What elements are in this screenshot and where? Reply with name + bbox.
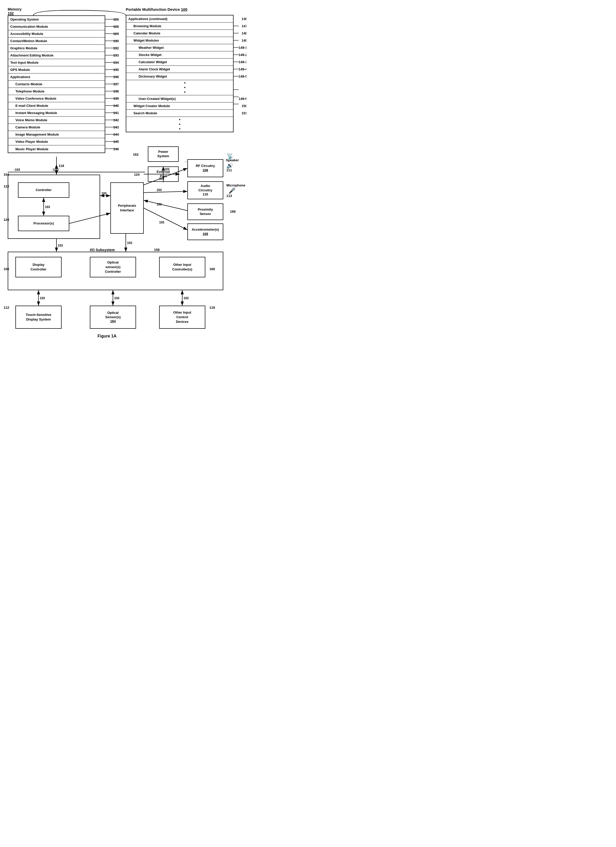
memory-row-email: E-mail Client Module 140	[8, 102, 105, 109]
ref-122: 122	[4, 184, 9, 188]
svg-text:118: 118	[59, 164, 64, 168]
memory-row-apps: Applications 136	[8, 74, 105, 81]
microphone-ref: 113	[226, 194, 232, 198]
pmd-row-dots2: •••	[126, 117, 233, 132]
memory-row-contacts: Contacts Module 137	[8, 81, 105, 88]
ref-120: 120	[4, 218, 9, 221]
svg-line-43	[144, 191, 187, 193]
antenna-icon: 📡	[227, 153, 234, 159]
memory-row-gps: GPS Module 135	[8, 66, 105, 74]
prox-ref: 166	[230, 210, 236, 213]
svg-text:103: 103	[40, 297, 45, 300]
svg-text:103: 103	[114, 297, 119, 300]
external-port-box: External Port 124	[148, 167, 178, 182]
memory-row-attach: Attachment Editing Module 133	[8, 52, 105, 59]
ref-106: 106	[4, 267, 9, 271]
svg-text:103: 103	[58, 244, 63, 247]
pmd-row-apps-cont: Applications (continued) 136	[126, 15, 233, 23]
memory-row-graphics: Graphics Module 132	[8, 45, 105, 52]
pmd-row-dots: •••	[126, 80, 233, 95]
pmd-row-widget-creator: Widget Creator Module 150	[126, 102, 233, 110]
memory-row-camera: Camera Module 143	[8, 124, 105, 131]
controller-box: Controller	[18, 182, 69, 198]
extport-ref: 124	[134, 173, 140, 176]
audio-circuitry-box: Audio Circuitry 110	[187, 182, 223, 199]
io-subsystem-label: I/O Subsystem	[90, 248, 115, 252]
pmd-row-search: Search Module 151	[126, 110, 233, 117]
memory-row-music: Music Player Module 146	[8, 145, 105, 152]
optical-sensor-controller-box: Opticalsensor(s)Controller	[90, 257, 136, 277]
memory-box: Operating System 126 Communication Modul…	[8, 15, 105, 153]
display-controller-box: DisplayController	[15, 257, 62, 277]
svg-text:103: 103	[156, 188, 162, 192]
ref-104: 104	[4, 173, 9, 176]
memory-row-voice: Voice Memo Module 142	[8, 117, 105, 124]
svg-text:103: 103	[184, 297, 189, 300]
pmd-row-alarm: Alarm Clock Widget 149-4	[126, 66, 233, 73]
pmd-row-calculator: Calculator Widget 149-3	[126, 59, 233, 66]
touch-display-box: Touch-SensitiveDisplay System	[15, 305, 62, 329]
pmd-row-dictionary: Dictionary Widget 149-5	[126, 73, 233, 80]
svg-text:103: 103	[159, 221, 164, 224]
memory-row-videoplayer: Video Player Module 145	[8, 138, 105, 145]
power-ref: 162	[133, 152, 139, 156]
svg-text:103: 103	[156, 203, 162, 206]
pmd-row-weather: Weather Widget 149-1	[126, 44, 233, 52]
pmd-row-stocks: Stocks Widget 149-2	[126, 52, 233, 59]
power-system-box: Power System 162	[148, 146, 178, 162]
io-subsystem-ref: 158	[154, 248, 160, 252]
figure-label: Figure 1A	[97, 334, 116, 338]
proximity-sensor-box: Proximity Sensor 166	[187, 204, 223, 220]
speaker-ref: 111	[226, 168, 232, 172]
memory-ref: 102	[8, 11, 13, 15]
svg-line-47	[144, 208, 187, 230]
microphone-icon: 🎤	[228, 187, 235, 194]
rf-circuitry-box: RF Circuitry 108	[187, 159, 223, 177]
memory-row-access: Accessibility Module 129	[8, 30, 105, 37]
memory-row-telephone: Telephone Module 138	[8, 88, 105, 95]
accelerometers-box: Accelerometer(s) 168	[187, 223, 223, 240]
pmd-box: Applications (continued) 136 Browsing Mo…	[126, 15, 234, 132]
memory-row-im: Instant Messaging Module 141	[8, 109, 105, 117]
svg-line-45	[144, 200, 187, 211]
ref-112: 112	[4, 305, 9, 310]
pmd-title: Portable Multifunction Device 100	[126, 7, 187, 12]
svg-text:103: 103	[102, 192, 106, 195]
other-input-devices-box: Other InputControlDevices	[159, 305, 205, 329]
diagram: Memory 102 Operating System 126 Communic…	[0, 0, 246, 339]
ref-160: 160	[209, 267, 215, 271]
pmd-row-calendar: Calendar Module 148	[126, 30, 233, 37]
pmd-row-user-widget: User-Created Widget(s) 149-6	[126, 95, 233, 102]
optical-sensors-box: Optical Sensor(s) 164	[90, 305, 136, 329]
pmd-row-browsing: Browsing Module 147	[126, 23, 233, 30]
other-input-controllers-box: Other InputController(s)	[159, 257, 205, 277]
memory-row-os: Operating System 126	[8, 16, 105, 23]
svg-text:↑103: ↑103	[52, 168, 59, 171]
svg-text:↑103: ↑103	[13, 168, 20, 171]
memory-row-comm: Communication Module 128	[8, 23, 105, 30]
processor-box: Processor(s)	[18, 216, 69, 231]
rf-bracket-ref: ←	[184, 160, 188, 164]
microphone-label: Microphone	[226, 183, 245, 187]
memory-row-contact: Contact/Motion Module 130	[8, 37, 105, 45]
ref-116: 116	[209, 305, 215, 310]
memory-row-imagemgmt: Image Management Module 144	[8, 131, 105, 138]
pmd-row-widgets: Widget Modules 149	[126, 37, 233, 44]
peripherals-interface-box: PeripheralsInterface	[111, 182, 144, 234]
memory-row-videoconf: Video Conference Module 139	[8, 95, 105, 102]
memory-label: Memory	[8, 7, 22, 11]
memory-row-text: Text Input Module 134	[8, 59, 105, 66]
svg-text:103: 103	[127, 241, 132, 245]
